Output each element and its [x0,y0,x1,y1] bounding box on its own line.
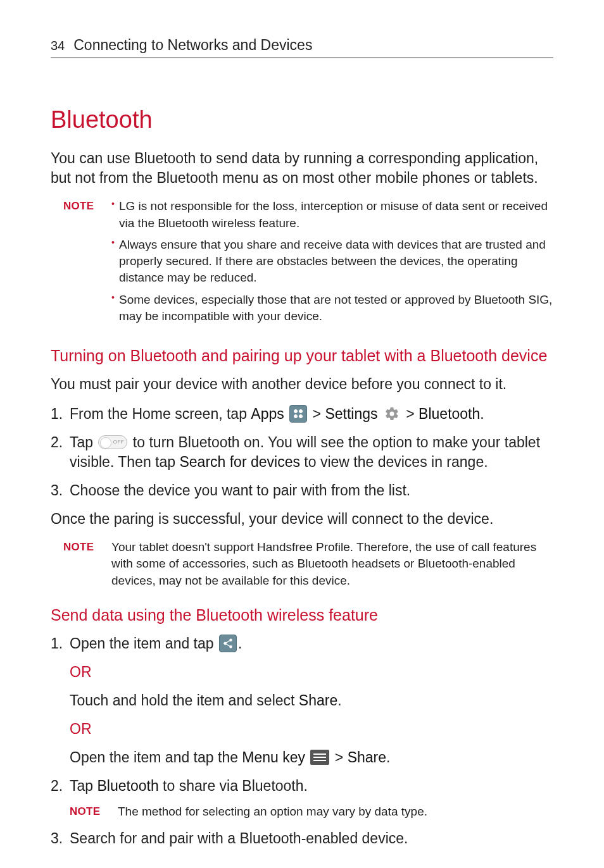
note-text: The method for selecting an option may v… [118,803,553,820]
note-text: Your tablet doesn't support Handsfree Pr… [111,539,553,589]
send-step-1: Open the item and tap . OR Touch and hol… [51,634,553,767]
menu-icon [310,750,329,765]
step-3: Choose the device you want to pair with … [51,481,553,500]
menu-key-label: Menu key [242,749,305,766]
pairing-result: Once the paring is successful, your devi… [51,509,553,529]
note-item: LG is not responsible for the loss, inte… [111,198,553,231]
share-icon [219,635,237,652]
note-block-3: NOTE The method for selecting an option … [70,803,553,820]
pairing-intro: You must pair your device with another d… [51,375,553,394]
page-number: 34 [51,37,65,54]
settings-icon [383,405,401,423]
note-label: NOTE [63,198,111,330]
search-devices-label: Search for devices [179,454,299,470]
page-header: 34 Connecting to Networks and Devices [51,35,553,58]
step-1: From the Home screen, tap Apps > Setting… [51,404,553,424]
send-step-3: Search for and pair with a Bluetooth-ena… [51,829,553,848]
bluetooth-label: Bluetooth [97,778,158,794]
send-step-2: Tap Bluetooth to share via Bluetooth. NO… [51,776,553,820]
note-label: NOTE [63,539,111,589]
note-item: Always ensure that you share and receive… [111,237,553,287]
toggle-off-icon: OFF [98,435,127,449]
header-title: Connecting to Networks and Devices [73,35,312,55]
send-steps: Open the item and tap . OR Touch and hol… [51,634,553,849]
subheading-pairing: Turning on Bluetooth and pairing up your… [51,345,553,367]
bluetooth-label: Bluetooth [418,406,480,422]
subheading-send: Send data using the Bluetooth wireless f… [51,604,553,626]
note-block-2: NOTE Your tablet doesn't support Handsfr… [63,539,553,589]
send-alt-1: Touch and hold the item and select Share… [70,691,553,710]
step-2: Tap OFF to turn Bluetooth on. You will s… [51,433,553,472]
or-label: OR [70,719,553,739]
apps-icon [289,405,307,423]
share-label: Share [348,749,386,766]
note-block-1: NOTE LG is not responsible for the loss,… [63,198,553,330]
section-title: Bluetooth [51,104,553,136]
note-item: Some devices, especially those that are … [111,292,553,325]
share-label: Share [299,692,337,709]
or-label: OR [70,662,553,682]
send-alt-2: Open the item and tap the Menu key > Sha… [70,748,553,767]
apps-label: Apps [251,406,284,422]
pairing-steps: From the Home screen, tap Apps > Setting… [51,404,553,500]
note-label: NOTE [70,803,118,820]
settings-label: Settings [325,406,377,422]
intro-paragraph: You can use Bluetooth to send data by ru… [51,149,553,188]
